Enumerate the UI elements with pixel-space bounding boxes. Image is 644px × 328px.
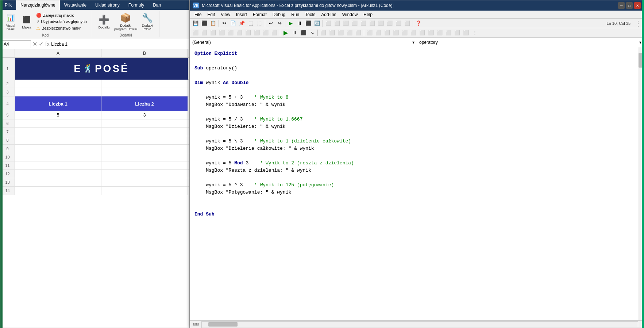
cell-b3[interactable] — [101, 88, 188, 96]
toolbar2-locals-btn[interactable]: ⬜ — [328, 29, 336, 37]
toolbar-save-btn[interactable]: 💾 — [192, 19, 200, 27]
toolbar-btn3[interactable]: 📋 — [209, 19, 217, 27]
menu-tools[interactable]: Tools — [302, 11, 318, 18]
toolbar2-btn5[interactable]: ⬜ — [227, 29, 235, 37]
cell-a3[interactable] — [15, 88, 101, 96]
vba-code-area[interactable]: Option Explicit Sub operatory() Dim wyni… — [190, 47, 644, 320]
menu-format[interactable]: Format — [250, 11, 270, 18]
toolbar2-bp1[interactable]: ⬜ — [366, 29, 374, 37]
vba-proc-dropdown[interactable]: operatory ▾ — [417, 38, 644, 47]
vba-general-dropdown[interactable]: (General) ▾ — [190, 38, 417, 47]
toolbar2-immed-btn[interactable]: ⬜ — [337, 29, 345, 37]
cell-b9[interactable] — [101, 145, 188, 153]
tab-plik[interactable]: Plik — [0, 0, 16, 10]
toolbar2-run-btn[interactable]: ▶ — [282, 29, 290, 37]
toolbar-cut-btn[interactable]: ✂ — [220, 19, 228, 27]
menu-window[interactable]: Window — [339, 11, 361, 18]
ribbon-btn-bezpieczenstwo[interactable]: ⚠ Bezpieczeństwo makr — [35, 25, 88, 31]
cell-b6[interactable] — [101, 119, 188, 127]
toolbar-btn2[interactable]: ⬛ — [200, 19, 208, 27]
toolbar-btn17[interactable]: ⬜ — [342, 19, 350, 27]
cell-a2[interactable] — [15, 80, 101, 88]
toolbar-redo-btn[interactable]: ↪ — [275, 19, 284, 27]
cell-b7[interactable] — [101, 128, 188, 136]
cell-a14[interactable] — [15, 187, 101, 195]
vba-scrollbar-horizontal[interactable] — [202, 321, 638, 327]
toolbar-paste-btn[interactable]: 📌 — [238, 19, 246, 27]
toolbar-scroll-btn[interactable]: ⋮ — [634, 19, 642, 27]
close-button[interactable]: ✕ — [634, 2, 641, 9]
tab-narzedzia[interactable]: Narzędzia główne — [16, 0, 59, 10]
toolbar2-bp2[interactable]: ⬜ — [374, 29, 382, 37]
toolbar2-breakpts-btn[interactable]: ⬜ — [354, 29, 362, 37]
cell-b11[interactable] — [101, 161, 188, 169]
toolbar2-btn9[interactable]: ⬜ — [262, 29, 270, 37]
cell-a11[interactable] — [15, 161, 101, 169]
tab-wstawianie[interactable]: Wstawianie — [60, 0, 91, 10]
cell-a10[interactable] — [15, 153, 101, 161]
menu-addins[interactable]: Add-Ins — [318, 11, 339, 18]
toolbar-btn22[interactable]: ⬜ — [386, 19, 394, 27]
menu-help[interactable]: Help — [360, 11, 375, 18]
tab-uklad[interactable]: Układ strony — [91, 0, 124, 10]
menu-file[interactable]: File — [192, 11, 204, 18]
toolbar-btn7[interactable]: ⬚ — [247, 19, 255, 27]
toolbar2-callstack-btn[interactable]: ⬜ — [346, 29, 354, 37]
cell-reference-input[interactable] — [2, 40, 31, 48]
tab-formuly[interactable]: Formuły — [124, 0, 149, 10]
toolbar2-stop-btn[interactable]: ⬛ — [299, 29, 307, 37]
toolbar2-bp9[interactable]: ⬜ — [436, 29, 444, 37]
toolbar-btn18[interactable]: ⬜ — [351, 19, 359, 27]
ribbon-btn-dodatki-com[interactable]: 🔧 DodatkiCOM — [140, 11, 155, 32]
cell-b12[interactable] — [101, 170, 188, 178]
ribbon-btn-wzgledne[interactable]: ↗ Użyj odwołań względnych — [35, 19, 88, 24]
cell-a8[interactable] — [15, 136, 101, 144]
menu-run[interactable]: Run — [288, 11, 302, 18]
toolbar2-btn4[interactable]: ⬜ — [218, 29, 226, 37]
cell-b13[interactable] — [101, 178, 188, 186]
toolbar2-bp7[interactable]: ⬜ — [418, 29, 426, 37]
toolbar-btn20[interactable]: ⬜ — [368, 19, 376, 27]
toolbar2-btn7[interactable]: ⬜ — [244, 29, 252, 37]
maximize-button[interactable]: □ — [626, 2, 633, 9]
cell-a7[interactable] — [15, 128, 101, 136]
toolbar2-btn6[interactable]: ⬜ — [235, 29, 243, 37]
ribbon-btn-makra[interactable]: ⬛ Makra — [19, 13, 34, 30]
cell-a9[interactable] — [15, 145, 101, 153]
toolbar-btn23[interactable]: ⬜ — [394, 19, 402, 27]
tab-dane[interactable]: Dan — [149, 0, 165, 10]
ribbon-btn-dodatki-excel[interactable]: 📦 Dodatkiprogramu Excel — [113, 11, 139, 32]
cell-a12[interactable] — [15, 170, 101, 178]
toolbar2-btn10[interactable]: ⬜ — [270, 29, 278, 37]
toolbar2-bp10[interactable]: ⬜ — [444, 29, 452, 37]
cell-b8[interactable] — [101, 136, 188, 144]
toolbar-btn19[interactable]: ⬜ — [359, 19, 367, 27]
toolbar-run-btn[interactable]: ▶ — [287, 19, 295, 27]
cell-b2[interactable] — [101, 80, 188, 88]
toolbar2-bp8[interactable]: ⬜ — [427, 29, 435, 37]
toolbar2-step-btn[interactable]: ↘ — [308, 29, 316, 37]
minimize-button[interactable]: ─ — [618, 2, 625, 9]
menu-view[interactable]: View — [218, 11, 233, 18]
cell-a6[interactable] — [15, 119, 101, 127]
menu-insert[interactable]: Insert — [233, 11, 250, 18]
cell-a5[interactable]: 5 — [15, 111, 101, 119]
toolbar2-watch-btn[interactable]: ⬜ — [319, 29, 327, 37]
toolbar-pause-btn[interactable]: ⏸ — [296, 19, 304, 27]
toolbar-btn14[interactable]: 🔄 — [313, 19, 321, 27]
toolbar-help-btn[interactable]: ❓ — [414, 19, 423, 27]
toolbar2-bp3[interactable]: ⬜ — [383, 29, 391, 37]
toolbar2-bp6[interactable]: ⬜ — [409, 29, 417, 37]
ribbon-btn-visual-basic[interactable]: 📊 VisualBasic — [3, 11, 18, 32]
cell-a4-header[interactable]: Liczba 1 — [15, 96, 101, 111]
toolbar2-pause-btn[interactable]: ⏸ — [290, 29, 298, 37]
toolbar-btn8[interactable]: ⬚ — [255, 19, 263, 27]
cell-a13[interactable] — [15, 178, 101, 186]
toolbar2-bp4[interactable]: ⬜ — [392, 29, 400, 37]
ribbon-btn-dodatki[interactable]: ➕ Dodatki — [97, 13, 111, 30]
toolbar2-bp12[interactable]: ⬜ — [462, 29, 470, 37]
menu-edit[interactable]: Edit — [204, 11, 218, 18]
toolbar2-btn1[interactable]: ⬜ — [192, 29, 200, 37]
cell-b14[interactable] — [101, 187, 188, 195]
toolbar2-btn8[interactable]: ⬜ — [253, 29, 261, 37]
